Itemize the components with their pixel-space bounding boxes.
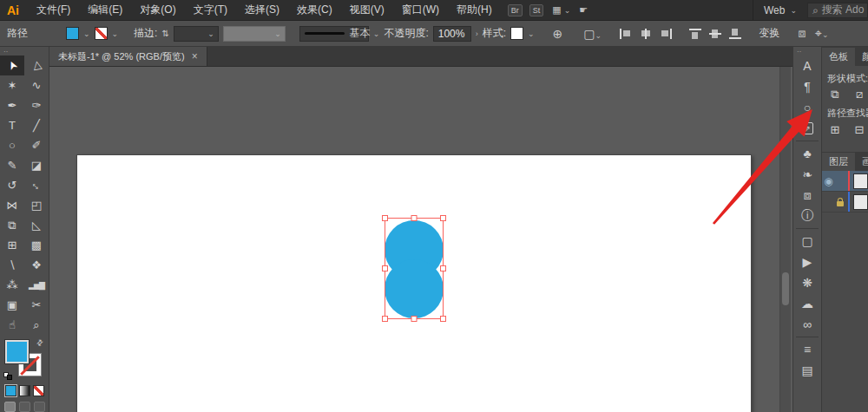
- stroke-weight-dropdown[interactable]: ⌄: [174, 26, 219, 42]
- brush-definition-dropdown[interactable]: 基本: [299, 26, 369, 42]
- stroke-stepper[interactable]: ⇅: [161, 29, 168, 38]
- align-right-icon[interactable]: [660, 29, 672, 39]
- align-top-icon[interactable]: [689, 29, 701, 39]
- tool-shape-builder[interactable]: ⧉: [0, 215, 24, 235]
- search-input[interactable]: ⌕ 搜索 Ado: [807, 3, 868, 18]
- bridge-button[interactable]: Br: [508, 4, 523, 16]
- transform-label[interactable]: 变换: [759, 26, 779, 41]
- close-icon[interactable]: ×: [192, 50, 198, 62]
- strip-collapse-icon[interactable]: ‥: [793, 47, 821, 56]
- chevron-down-icon[interactable]: ⌄: [83, 29, 90, 38]
- align-vertical-center-icon[interactable]: [709, 29, 721, 39]
- export-panel-icon[interactable]: ⇗: [793, 118, 821, 139]
- menu-type[interactable]: 文字(T): [185, 3, 236, 17]
- menu-help[interactable]: 帮助(H): [448, 3, 501, 17]
- tool-perspective-grid[interactable]: ◺: [24, 215, 49, 235]
- trim-icon[interactable]: ⊟: [852, 122, 867, 136]
- menu-icon[interactable]: ≡: [793, 339, 821, 360]
- transform-panel-icon[interactable]: ▢: [793, 231, 821, 252]
- tools-collapse-icon[interactable]: ‥: [0, 47, 49, 56]
- menu-view[interactable]: 视图(V): [341, 3, 393, 17]
- opacity-field[interactable]: 100%: [433, 26, 471, 42]
- layer-thumbnail[interactable]: [853, 194, 868, 210]
- paragraph-panel-icon[interactable]: ¶: [793, 76, 821, 97]
- tool-scale[interactable]: ↔: [24, 175, 49, 195]
- layer-row-selected[interactable]: ◉: [822, 171, 868, 192]
- brushes-panel-icon[interactable]: ❧: [793, 164, 821, 185]
- character-panel-icon[interactable]: A: [793, 56, 821, 76]
- tool-type[interactable]: T: [0, 115, 24, 135]
- graphic-styles-panel-icon[interactable]: ⧈: [793, 185, 821, 206]
- tool-symbol-sprayer[interactable]: ⁂: [0, 275, 24, 295]
- tool-eraser[interactable]: ◪: [24, 155, 49, 175]
- default-fill-stroke-icon[interactable]: [3, 372, 12, 380]
- unite-icon[interactable]: ⧉: [827, 88, 843, 101]
- draw-behind-button[interactable]: [19, 402, 30, 412]
- tool-free-transform[interactable]: ◰: [24, 195, 49, 215]
- share-screen-icon[interactable]: ☛: [579, 4, 588, 16]
- symbols-panel-icon[interactable]: ♣: [793, 143, 821, 164]
- layer-thumbnail[interactable]: [853, 173, 868, 189]
- tool-blend[interactable]: ❖: [24, 255, 49, 275]
- tab-artboards[interactable]: 画板: [855, 153, 868, 171]
- tool-lasso[interactable]: ∿: [24, 75, 49, 95]
- links-panel-icon[interactable]: ∞: [793, 314, 821, 335]
- document-setup-icon[interactable]: ▢⌄: [581, 27, 604, 41]
- stroke-color-swatch[interactable]: [95, 27, 108, 40]
- menu-edit[interactable]: 编辑(E): [79, 3, 131, 17]
- stock-button[interactable]: St: [529, 4, 544, 16]
- draw-inside-button[interactable]: [34, 402, 45, 412]
- artboards-panel-icon[interactable]: ▤: [793, 360, 821, 381]
- tool-line-segment[interactable]: ╱: [24, 115, 49, 135]
- actions-panel-icon[interactable]: ▶: [793, 252, 821, 272]
- align-left-icon[interactable]: [620, 29, 632, 39]
- info-panel-icon[interactable]: ⓘ: [793, 206, 821, 226]
- none-button[interactable]: [33, 385, 44, 396]
- cc-libraries-panel-icon[interactable]: ☁: [793, 293, 821, 314]
- chevron-down-icon[interactable]: ⌄: [373, 29, 380, 38]
- layer-row-locked[interactable]: [822, 192, 868, 213]
- scrollbar-thumb[interactable]: [782, 272, 789, 305]
- recolor-artwork-icon[interactable]: ⊕: [550, 27, 566, 41]
- tab-color[interactable]: 颜色: [855, 48, 868, 66]
- tab-layers[interactable]: 图层: [822, 153, 855, 171]
- tool-rotate[interactable]: ↺: [0, 175, 24, 195]
- appearance-panel-icon[interactable]: ❋: [793, 272, 821, 293]
- align-horizontal-center-icon[interactable]: [640, 29, 652, 39]
- menu-effect[interactable]: 效果(C): [288, 3, 341, 17]
- tool-selection[interactable]: ➤: [0, 56, 24, 75]
- fill-indicator[interactable]: [5, 340, 29, 363]
- tool-slice[interactable]: ✂: [24, 295, 49, 315]
- chevron-down-icon[interactable]: ⌄: [112, 29, 119, 38]
- tool-ellipse[interactable]: ○: [0, 135, 24, 155]
- layout-switcher-icon[interactable]: ▦ ⌄: [552, 4, 570, 16]
- tab-swatches[interactable]: 色板: [822, 48, 855, 66]
- swap-fill-stroke-icon[interactable]: ⇄: [35, 337, 45, 348]
- menu-file[interactable]: 文件(F): [28, 3, 79, 17]
- color-button[interactable]: [5, 385, 16, 396]
- tool-mesh[interactable]: ⊞: [0, 235, 24, 255]
- vertical-scrollbar[interactable]: [779, 67, 791, 412]
- width-profile-dropdown[interactable]: ⌄: [223, 26, 286, 42]
- canvas[interactable]: [49, 67, 792, 412]
- circle-panel-icon[interactable]: ○: [793, 97, 821, 118]
- tool-artboard[interactable]: ▣: [0, 295, 24, 315]
- fill-color-swatch[interactable]: [66, 27, 79, 40]
- tool-eyedropper[interactable]: ∖: [0, 255, 24, 275]
- minus-front-icon[interactable]: ⧄: [852, 88, 867, 101]
- isolate-selection-icon[interactable]: ⧈: [795, 26, 808, 41]
- select-similar-icon[interactable]: ⌖⌄: [812, 26, 831, 41]
- tool-direct-selection[interactable]: ▷: [24, 56, 49, 75]
- gradient-button[interactable]: [19, 385, 30, 396]
- visibility-eye-icon[interactable]: ◉: [822, 175, 835, 187]
- align-bottom-icon[interactable]: [729, 29, 741, 39]
- document-tab[interactable]: 未标题-1* @ 52% (RGB/预览) ×: [49, 47, 207, 66]
- menu-select[interactable]: 选择(S): [236, 3, 288, 17]
- workspace-switcher[interactable]: Web ⌄: [753, 0, 807, 21]
- draw-normal-button[interactable]: [4, 402, 16, 412]
- tool-width[interactable]: ⋈: [0, 195, 24, 215]
- tool-hand[interactable]: ☝: [0, 315, 24, 335]
- tool-paintbrush[interactable]: ✐: [24, 135, 49, 155]
- lock-icon[interactable]: [835, 198, 846, 206]
- divide-icon[interactable]: ⊞: [827, 122, 843, 136]
